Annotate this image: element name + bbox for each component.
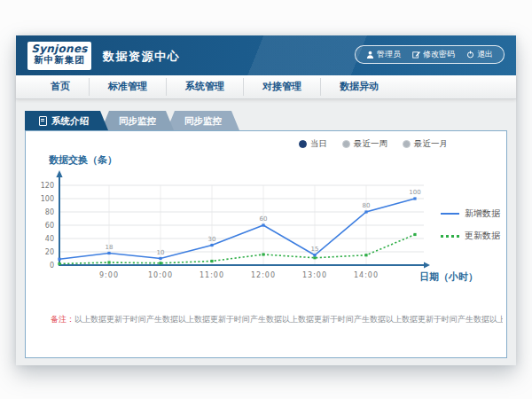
- x-axis-title: 日期（小时）: [419, 270, 478, 284]
- app-header: Synjones 新中新集团 数据资源中心 管理员 修改密码 退出: [16, 35, 516, 75]
- radio-icon: [403, 140, 411, 148]
- svg-text:20: 20: [45, 248, 54, 256]
- svg-text:100: 100: [41, 195, 54, 203]
- nav-item-system-mgmt[interactable]: 系统管理: [166, 78, 243, 96]
- brand-logo-text-cn: 新中新集团: [27, 55, 91, 66]
- tab-sync-monitor-1[interactable]: 同步监控: [101, 111, 174, 130]
- svg-text:12:00: 12:00: [251, 271, 276, 279]
- radio-selected-icon: [299, 140, 307, 148]
- tab-label: 同步监控: [184, 111, 222, 130]
- legend-swatch-dotted-line: [441, 235, 459, 238]
- legend-item-new-data: 新增数据: [441, 207, 500, 220]
- user-icon: [366, 51, 374, 59]
- logout-label: 退出: [477, 49, 493, 60]
- power-icon: [466, 51, 474, 59]
- y-axis-title: 数据交换（条）: [49, 153, 117, 167]
- range-option-last-week[interactable]: 最近一周: [342, 138, 387, 150]
- svg-text:30: 30: [208, 236, 216, 243]
- svg-text:15: 15: [311, 246, 319, 253]
- svg-text:60: 60: [45, 222, 54, 230]
- edit-icon: [412, 51, 420, 59]
- brand-logo: Synjones 新中新集团: [27, 42, 91, 70]
- page: Synjones 新中新集团 数据资源中心 管理员 修改密码 退出: [0, 0, 532, 399]
- logout-button[interactable]: 退出: [466, 49, 493, 60]
- range-option-label: 最近一月: [414, 138, 448, 150]
- content-panel: 当日 最近一周 最近一月 数据交换（条） 0204060801001209:00…: [25, 130, 507, 358]
- tab-bar: 系统介绍 同步监控 同步监控: [25, 111, 239, 130]
- range-option-label: 当日: [310, 138, 327, 150]
- legend-item-update-data: 更新数据: [441, 230, 500, 242]
- chart-legend: 新增数据 更新数据: [441, 207, 500, 242]
- svg-text:100: 100: [409, 189, 420, 196]
- range-option-today[interactable]: 当日: [299, 138, 327, 150]
- change-password-label: 修改密码: [423, 49, 455, 60]
- svg-text:0: 0: [50, 262, 54, 270]
- nav-item-interface-mgmt[interactable]: 对接管理: [243, 78, 320, 96]
- app-window: Synjones 新中新集团 数据资源中心 管理员 修改密码 退出: [16, 35, 516, 365]
- range-options: 当日 最近一周 最近一月: [299, 138, 448, 150]
- tab-sync-monitor-2[interactable]: 同步监控: [167, 111, 239, 130]
- svg-text:80: 80: [363, 202, 371, 209]
- legend-label: 新增数据: [465, 207, 500, 220]
- svg-text:120: 120: [41, 182, 54, 190]
- change-password-button[interactable]: 修改密码: [412, 49, 455, 60]
- user-bar: 管理员 修改密码 退出: [355, 45, 505, 64]
- svg-text:10:00: 10:00: [148, 271, 173, 279]
- nav-item-home[interactable]: 首页: [32, 78, 89, 96]
- user-menu[interactable]: 管理员: [366, 49, 401, 60]
- svg-text:18: 18: [106, 244, 113, 251]
- range-option-label: 最近一周: [354, 138, 387, 150]
- nav-item-data-change[interactable]: 数据异动: [320, 78, 397, 96]
- legend-label: 更新数据: [465, 230, 500, 242]
- username-label: 管理员: [377, 49, 401, 60]
- tab-system-intro[interactable]: 系统介绍: [25, 111, 108, 130]
- nav-item-standard-mgmt[interactable]: 标准管理: [89, 78, 166, 96]
- line-chart: 0204060801001209:0010:0011:0012:0013:001…: [33, 168, 441, 310]
- footnote-text: 以上数据更新于时间产生数据以上数据更新于时间产生数据以上数据更新于时间产生数据以…: [74, 315, 503, 324]
- svg-text:60: 60: [260, 215, 268, 223]
- radio-icon: [342, 140, 350, 148]
- app-title: 数据资源中心: [103, 49, 180, 65]
- range-option-last-month[interactable]: 最近一月: [403, 138, 448, 150]
- svg-text:13:00: 13:00: [302, 271, 327, 279]
- main-nav: 首页 标准管理 系统管理 对接管理 数据异动: [16, 75, 516, 99]
- legend-swatch-solid-line: [441, 213, 459, 215]
- svg-text:14:00: 14:00: [354, 271, 379, 279]
- footnote: 备注：以上数据更新于时间产生数据以上数据更新于时间产生数据以上数据更新于时间产生…: [51, 314, 503, 325]
- tab-label: 系统介绍: [51, 111, 89, 130]
- svg-text:10: 10: [157, 249, 165, 256]
- svg-text:80: 80: [45, 208, 54, 216]
- footnote-label: 备注：: [51, 315, 74, 324]
- svg-text:11:00: 11:00: [200, 271, 224, 279]
- tab-label: 同步监控: [119, 111, 156, 130]
- svg-text:40: 40: [45, 235, 54, 243]
- svg-text:9:00: 9:00: [99, 271, 119, 279]
- document-icon: [39, 116, 47, 126]
